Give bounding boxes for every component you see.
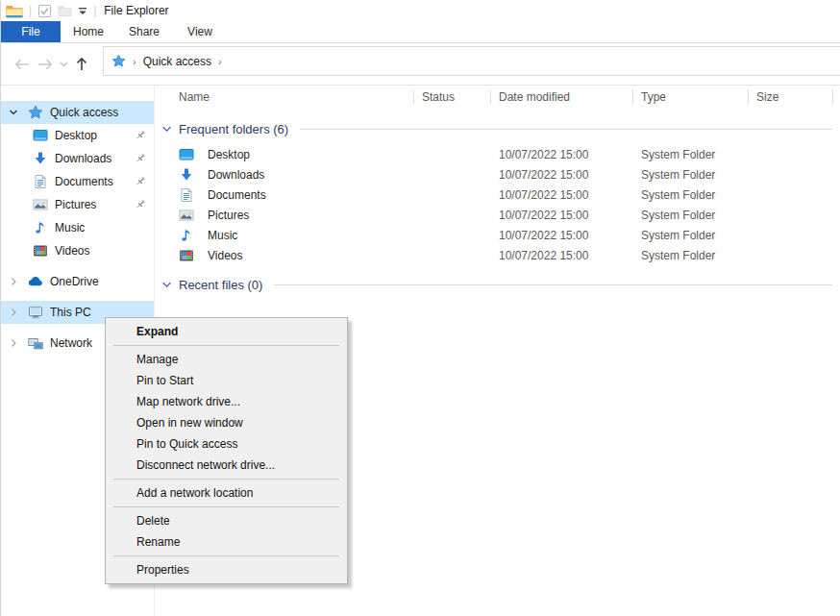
cell-type: System Folder bbox=[633, 225, 749, 245]
cell-status bbox=[414, 245, 491, 265]
recent-locations-chevron-icon[interactable] bbox=[57, 53, 70, 76]
pin-icon bbox=[135, 153, 146, 164]
cell-status bbox=[414, 205, 491, 225]
menu-item-add-a-network-location[interactable]: Add a network location bbox=[106, 482, 347, 504]
customize-qat-dropdown-icon[interactable] bbox=[78, 6, 87, 15]
sidebar-item-downloads[interactable]: Downloads bbox=[1, 147, 154, 170]
breadcrumb-chevron-icon[interactable]: › bbox=[133, 56, 136, 67]
menu-separator bbox=[113, 345, 339, 346]
menu-item-open-in-new-window[interactable]: Open in new window bbox=[106, 412, 347, 433]
properties-checkbox-icon[interactable] bbox=[37, 4, 52, 18]
qat-separator: | bbox=[29, 5, 32, 16]
breadcrumb-quick-access[interactable]: Quick access bbox=[143, 55, 211, 68]
quick-access-star-icon bbox=[28, 105, 43, 120]
downloads-icon bbox=[179, 167, 194, 183]
file-list: Frequent folders (6)Desktop10/07/2022 15… bbox=[155, 119, 840, 294]
chevron-down-icon bbox=[161, 124, 172, 135]
sidebar-item-pictures[interactable]: Pictures bbox=[1, 193, 154, 216]
menu-item-map-network-drive[interactable]: Map network drive... bbox=[106, 391, 347, 412]
group-header-recent-files-0[interactable]: Recent files (0) bbox=[155, 275, 832, 294]
file-row-documents[interactable]: Documents10/07/2022 15:00System Folder bbox=[155, 185, 840, 205]
nav-buttons bbox=[1, 43, 93, 85]
sidebar-item-quick-access[interactable]: Quick access bbox=[1, 101, 154, 124]
sidebar-item-onedrive[interactable]: OneDrive bbox=[1, 270, 154, 293]
tab-home[interactable]: Home bbox=[61, 21, 116, 42]
column-headers: NameStatusDate modifiedTypeSize bbox=[155, 85, 840, 110]
column-header-status[interactable]: Status bbox=[414, 85, 491, 110]
explorer-logo-icon bbox=[6, 4, 23, 18]
window-title: File Explorer bbox=[104, 4, 168, 17]
group-header-frequent-folders-6[interactable]: Frequent folders (6) bbox=[155, 119, 832, 138]
sidebar-item-desktop[interactable]: Desktop bbox=[1, 124, 154, 147]
sidebar-item-label: Music bbox=[55, 221, 85, 234]
column-header-size[interactable]: Size bbox=[749, 85, 833, 110]
menu-item-rename[interactable]: Rename bbox=[106, 531, 347, 553]
cell-date-modified: 10/07/2022 15:00 bbox=[491, 164, 633, 185]
quick-access-star-icon bbox=[111, 54, 126, 68]
chevron-right-icon[interactable] bbox=[9, 338, 22, 348]
cell-date-modified: 10/07/2022 15:00 bbox=[491, 185, 633, 205]
cell-status bbox=[414, 144, 491, 164]
chevron-right-icon[interactable] bbox=[9, 277, 22, 286]
downloads-icon bbox=[33, 151, 48, 166]
tab-view[interactable]: View bbox=[172, 21, 228, 42]
file-row-music[interactable]: Music10/07/2022 15:00System Folder bbox=[155, 225, 840, 245]
group-rule bbox=[300, 129, 832, 130]
file-name: Desktop bbox=[208, 148, 250, 161]
group-label: Recent files (0) bbox=[179, 278, 262, 292]
cell-name: Documents bbox=[155, 185, 414, 205]
cell-status bbox=[414, 225, 491, 245]
column-header-name[interactable]: Name bbox=[155, 85, 414, 110]
group-rule bbox=[274, 284, 832, 285]
pictures-icon bbox=[33, 197, 48, 212]
cell-type: System Folder bbox=[633, 205, 749, 225]
forward-arrow-icon[interactable] bbox=[34, 53, 57, 76]
sidebar-item-documents[interactable]: Documents bbox=[1, 170, 154, 193]
column-header-type[interactable]: Type bbox=[633, 85, 749, 110]
cell-date-modified: 10/07/2022 15:00 bbox=[491, 245, 633, 265]
title-bar: | | File Explorer bbox=[1, 0, 840, 21]
chevron-down-icon[interactable] bbox=[9, 108, 22, 117]
cell-type: System Folder bbox=[633, 245, 749, 265]
pin-icon bbox=[135, 130, 146, 141]
chevron-right-icon[interactable] bbox=[9, 308, 22, 317]
sidebar-item-music[interactable]: Music bbox=[1, 216, 154, 239]
back-arrow-icon[interactable] bbox=[11, 53, 34, 76]
sidebar-item-label: Desktop bbox=[55, 129, 97, 142]
file-row-desktop[interactable]: Desktop10/07/2022 15:00System Folder bbox=[155, 144, 840, 164]
cell-name: Videos bbox=[155, 245, 414, 265]
menu-item-pin-to-start[interactable]: Pin to Start bbox=[106, 370, 347, 391]
breadcrumb-chevron-icon[interactable]: › bbox=[218, 56, 222, 67]
music-icon bbox=[179, 228, 194, 243]
file-row-downloads[interactable]: Downloads10/07/2022 15:00System Folder bbox=[155, 164, 840, 185]
file-row-pictures[interactable]: Pictures10/07/2022 15:00System Folder bbox=[155, 205, 840, 225]
new-folder-icon[interactable] bbox=[58, 5, 72, 17]
cell-size bbox=[749, 245, 833, 265]
menu-separator bbox=[113, 506, 339, 507]
menu-separator bbox=[113, 555, 339, 556]
file-row-videos[interactable]: Videos10/07/2022 15:00System Folder bbox=[155, 245, 840, 265]
menu-item-properties[interactable]: Properties bbox=[106, 559, 347, 580]
tab-share[interactable]: Share bbox=[116, 21, 172, 42]
up-arrow-icon[interactable] bbox=[70, 53, 93, 76]
cell-size bbox=[749, 164, 833, 185]
cell-type: System Folder bbox=[633, 144, 749, 164]
menu-item-manage[interactable]: Manage bbox=[106, 349, 347, 370]
tab-file[interactable]: File bbox=[1, 21, 61, 42]
menu-item-delete[interactable]: Delete bbox=[106, 510, 347, 531]
cell-date-modified: 10/07/2022 15:00 bbox=[491, 225, 633, 245]
address-bar[interactable]: › Quick access › bbox=[103, 46, 840, 76]
videos-icon bbox=[179, 248, 194, 263]
cell-name: Downloads bbox=[155, 164, 414, 185]
menu-item-pin-to-quick-access[interactable]: Pin to Quick access bbox=[106, 433, 347, 455]
cell-type: System Folder bbox=[633, 164, 749, 185]
cell-size bbox=[749, 205, 833, 225]
cell-name: Desktop bbox=[155, 144, 414, 164]
cell-name: Music bbox=[155, 225, 414, 245]
desktop-icon bbox=[179, 147, 194, 162]
menu-item-disconnect-network-drive[interactable]: Disconnect network drive... bbox=[106, 455, 347, 476]
menu-item-expand[interactable]: Expand bbox=[106, 321, 347, 342]
sidebar-item-label: Network bbox=[50, 336, 92, 350]
sidebar-item-videos[interactable]: Videos bbox=[1, 239, 154, 262]
column-header-date[interactable]: Date modified bbox=[491, 85, 633, 110]
